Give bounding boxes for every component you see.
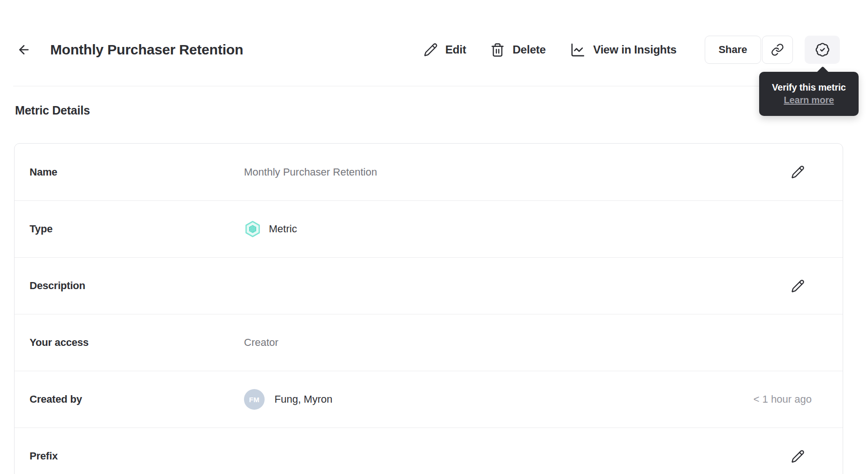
detail-row-prefix: Prefix [15,428,843,474]
row-label: Type [30,223,244,235]
view-in-insights-label: View in Insights [593,43,677,56]
detail-row-type: Type Metric [15,200,843,257]
copy-link-button[interactable] [762,36,793,64]
trash-icon [490,43,505,57]
section-title: Metric Details [15,103,868,117]
edit-button[interactable]: Edit [424,43,466,57]
edit-prefix-button[interactable] [791,449,805,463]
created-by-name: Fung, Myron [274,393,333,405]
row-label: Prefix [30,450,244,462]
created-by-value: FM Fung, Myron [244,389,754,410]
line-chart-icon [570,42,586,58]
tooltip-learn-more-link[interactable]: Learn more [784,95,834,106]
your-access-value: Creator [244,336,812,349]
detail-row-name: Name Monthly Purchaser Retention [15,144,843,200]
row-label: Your access [30,336,244,349]
header-actions: Edit Delete View in Insights Share [424,36,840,64]
share-button[interactable]: Share [705,36,761,64]
detail-row-description: Description [15,257,843,314]
share-button-label: Share [718,44,747,56]
verify-metric-button[interactable] [805,36,840,64]
view-in-insights-button[interactable]: View in Insights [570,42,677,58]
detail-row-created-by: Created by FM Fung, Myron < 1 hour ago [15,371,843,428]
pencil-icon [424,43,438,57]
detail-row-access: Your access Creator [15,314,843,371]
metric-name-value: Monthly Purchaser Retention [244,166,791,178]
pencil-icon [791,450,805,463]
metric-details-card: Name Monthly Purchaser Retention Type [14,143,843,474]
pencil-icon [791,165,805,179]
page-title: Monthly Purchaser Retention [50,36,243,64]
metric-detail-page: Monthly Purchaser Retention Edit Delete … [0,0,868,474]
delete-button-label: Delete [512,43,546,56]
metric-type-label: Metric [269,223,297,235]
delete-button[interactable]: Delete [490,43,546,57]
edit-description-button[interactable] [791,279,805,293]
row-label: Description [30,280,244,292]
tooltip-title: Verify this metric [772,82,846,93]
created-timestamp: < 1 hour ago [754,393,812,405]
arrow-left-icon [17,43,31,57]
metric-hexagon-icon [244,220,261,238]
pencil-icon [791,279,805,293]
verify-tooltip: Verify this metric Learn more [759,72,859,116]
badge-check-icon [815,42,830,57]
row-label: Created by [30,393,244,405]
back-button[interactable] [16,36,32,64]
edit-name-button[interactable] [791,165,805,179]
link-icon [771,43,784,56]
avatar: FM [244,389,265,410]
edit-button-label: Edit [445,43,466,56]
metric-type-value: Metric [244,220,812,238]
row-label: Name [30,166,244,178]
top-bar: Monthly Purchaser Retention Edit Delete … [0,0,868,86]
